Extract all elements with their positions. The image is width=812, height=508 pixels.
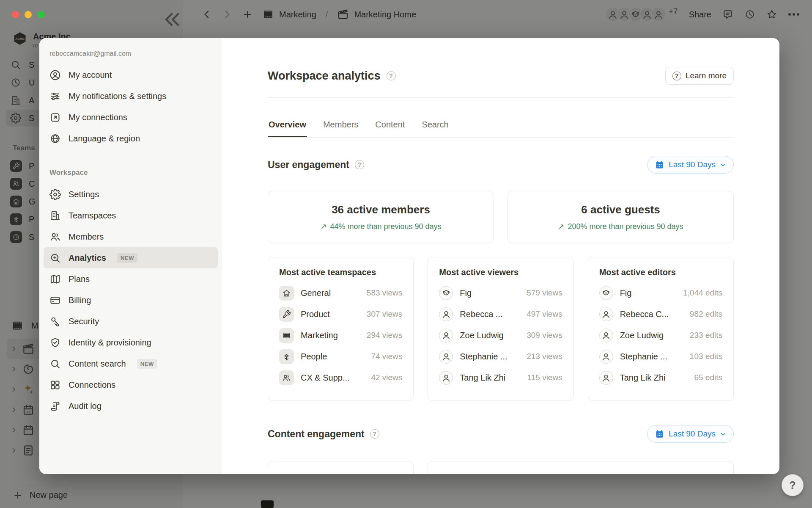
trend-up-icon: ↗ <box>558 222 564 231</box>
nav-item-icon <box>49 210 61 221</box>
settings-nav: rebeccamcakir@gmail.com My account My no… <box>39 38 222 474</box>
settings-nav-item[interactable]: Content search NEW <box>44 353 218 374</box>
nav-item-label: Language & region <box>69 134 140 144</box>
zoom-window-button[interactable] <box>37 11 44 18</box>
row-name: Rebecca ... <box>460 309 520 319</box>
list-item[interactable]: Zoe Ludwig 233 edits <box>599 325 722 346</box>
settings-nav-item[interactable]: My connections <box>44 107 218 128</box>
nav-item-icon <box>49 295 61 306</box>
stat-headline: 6 active guests <box>581 203 660 216</box>
settings-nav-item[interactable]: Plans <box>44 268 218 290</box>
tab[interactable]: Members <box>322 114 359 137</box>
list-item[interactable]: Marketing 294 views <box>279 325 402 346</box>
help-button[interactable]: ? <box>782 474 804 496</box>
analytics-panel: Workspace analytics ? ? Learn more Overv… <box>222 38 779 474</box>
list-item[interactable]: Fig 579 views <box>439 282 562 304</box>
nav-item-icon <box>49 189 61 200</box>
help-tooltip-icon[interactable]: ? <box>387 71 396 80</box>
list-item[interactable]: CX & Supp... 42 views <box>279 367 402 388</box>
tab[interactable]: Search <box>421 114 449 137</box>
list-card-title: Most active teamspaces <box>279 268 402 277</box>
stat-delta: ↗ 200% more than previous 90 days <box>558 222 683 231</box>
avatar <box>439 286 453 300</box>
settings-nav-item[interactable]: Settings <box>44 184 218 205</box>
nav-item-icon <box>49 316 61 327</box>
nav-item-label: My connections <box>69 113 127 122</box>
list-item[interactable]: Product 307 views <box>279 304 402 325</box>
settings-nav-item[interactable]: Security <box>44 311 218 332</box>
nav-item-label: Connections <box>69 380 115 390</box>
new-badge: NEW <box>117 253 137 263</box>
row-value: 115 views <box>527 373 562 382</box>
minimize-window-button[interactable] <box>25 11 32 18</box>
list-item[interactable]: Stephanie ... 213 views <box>439 346 562 367</box>
nav-item-icon <box>49 231 61 243</box>
row-value: 309 views <box>527 331 562 340</box>
settings-nav-item[interactable]: Members <box>44 226 218 247</box>
question-circle-icon: ? <box>672 72 681 80</box>
row-name: Stephanie ... <box>460 352 520 362</box>
learn-more-button[interactable]: ? Learn more <box>665 67 734 85</box>
most-active-viewers-card: Most active viewers Fig 579 views Rebecc… <box>428 257 573 401</box>
settings-nav-item[interactable]: Connections <box>44 374 218 395</box>
list-item[interactable]: People 74 views <box>279 346 402 367</box>
tab[interactable]: Overview <box>268 114 307 137</box>
teamspace-rows: General 583 views Product 307 views Mark… <box>279 282 402 388</box>
tab[interactable]: Content <box>374 114 406 137</box>
date-range-dropdown[interactable]: Last 90 Days <box>647 156 734 174</box>
settings-nav-item[interactable]: Teamspaces <box>44 205 218 226</box>
list-item[interactable]: Rebecca ... 497 views <box>439 304 562 325</box>
settings-nav-item[interactable]: My account <box>44 64 218 86</box>
nav-item-label: Analytics <box>69 253 106 263</box>
avatar <box>599 329 613 342</box>
row-value: 307 views <box>367 309 403 319</box>
avatar <box>599 307 613 321</box>
list-item[interactable]: General 583 views <box>279 282 402 304</box>
row-value: 74 views <box>371 352 402 361</box>
list-item[interactable]: Rebecca C... 982 edits <box>599 304 722 325</box>
list-item[interactable]: Fig 1,044 edits <box>599 282 722 304</box>
nav-item-label: Settings <box>69 190 99 199</box>
avatar <box>599 371 613 385</box>
row-name: Product <box>301 309 360 319</box>
chevron-down-icon <box>720 162 726 168</box>
settings-nav-account-list: My account My notifications & settings M… <box>44 64 218 149</box>
row-name: CX & Supp... <box>301 373 364 383</box>
row-name: Zoe Ludwig <box>620 331 683 340</box>
row-value: 213 views <box>527 352 562 361</box>
settings-modal: rebeccamcakir@gmail.com My account My no… <box>39 38 779 474</box>
help-tooltip-icon[interactable]: ? <box>355 160 364 169</box>
workspace-section-label: Workspace <box>49 168 212 177</box>
close-window-button[interactable] <box>12 11 19 18</box>
most-active-teamspaces-card: Most active teamspaces General 583 views… <box>268 257 414 401</box>
teamspace-icon <box>279 307 294 322</box>
nav-item-icon <box>49 252 61 264</box>
row-value: 42 views <box>371 373 402 382</box>
nav-item-icon <box>49 69 61 81</box>
settings-nav-item[interactable]: Analytics NEW <box>44 247 218 268</box>
nav-item-label: Members <box>69 232 104 242</box>
settings-nav-item[interactable]: My notifications & settings <box>44 86 218 107</box>
settings-nav-item[interactable]: Audit log <box>44 395 218 417</box>
list-item[interactable]: Tang Lik Zhi 115 views <box>439 367 562 388</box>
help-tooltip-icon[interactable]: ? <box>370 429 379 439</box>
row-name: Tang Lik Zhi <box>460 373 520 383</box>
list-item[interactable]: Stephanie ... 103 edits <box>599 346 722 367</box>
content-engagement-title: Content engagement ? <box>268 428 379 440</box>
new-badge: NEW <box>137 359 157 369</box>
list-item[interactable]: Tang Lik Zhi 65 edits <box>599 367 722 388</box>
nav-item-icon <box>49 400 61 412</box>
row-value: 1,044 edits <box>683 288 722 298</box>
row-value: 103 edits <box>690 352 722 361</box>
settings-nav-item[interactable]: Language & region <box>44 128 218 149</box>
row-value: 497 views <box>527 309 562 319</box>
settings-nav-item[interactable]: Identity & provisioning <box>44 332 218 353</box>
list-item[interactable]: Zoe Ludwig 309 views <box>439 325 562 346</box>
stat-card: 6 active guests ↗ 200% more than previou… <box>508 191 734 243</box>
engagement-stats: 36 active members ↗ 44% more than previo… <box>268 191 734 243</box>
date-range-dropdown[interactable]: Last 90 Days <box>647 425 734 443</box>
nav-item-label: Audit log <box>69 401 102 411</box>
nav-item-label: My account <box>69 70 112 80</box>
settings-nav-item[interactable]: Billing <box>44 290 218 311</box>
nav-item-label: Plans <box>69 274 90 284</box>
